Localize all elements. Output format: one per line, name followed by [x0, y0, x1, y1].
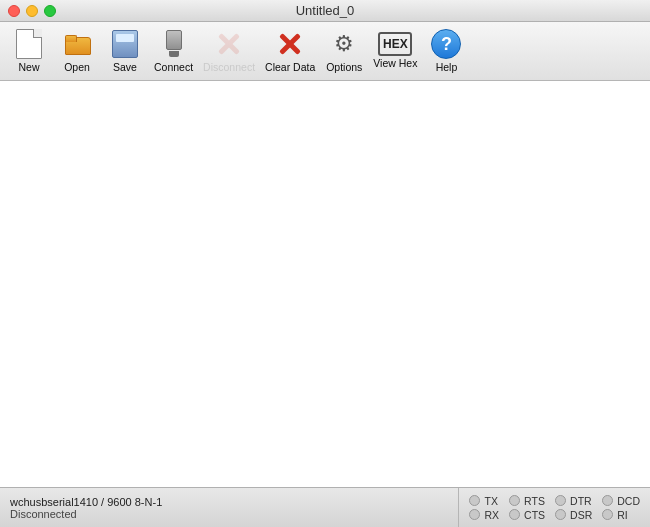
window-title: Untitled_0	[296, 3, 355, 18]
help-label: Help	[436, 61, 458, 73]
connection-state: Disconnected	[10, 508, 448, 520]
tx-led	[469, 495, 480, 506]
dcd-ri-group: DCD RI	[602, 495, 640, 521]
minimize-button[interactable]	[26, 5, 38, 17]
options-label: Options	[326, 61, 362, 73]
dsr-led	[555, 509, 566, 520]
main-content-area	[0, 81, 650, 487]
disconnect-icon	[213, 28, 245, 60]
cleardata-label: Clear Data	[265, 61, 315, 73]
cts-indicator: CTS	[509, 509, 545, 521]
connect-label: Connect	[154, 61, 193, 73]
dtr-indicator: DTR	[555, 495, 592, 507]
maximize-button[interactable]	[44, 5, 56, 17]
title-bar: Untitled_0	[0, 0, 650, 22]
status-indicators: TX RX RTS CTS DTR	[459, 488, 650, 527]
rts-indicator: RTS	[509, 495, 545, 507]
cts-led	[509, 509, 520, 520]
close-button[interactable]	[8, 5, 20, 17]
window-controls[interactable]	[8, 5, 56, 17]
dcd-led	[602, 495, 613, 506]
dtr-dsr-group: DTR DSR	[555, 495, 592, 521]
help-icon: ?	[430, 28, 462, 60]
status-info: wchusbserial1410 / 9600 8-N-1 Disconnect…	[0, 488, 459, 527]
new-icon	[13, 28, 45, 60]
viewhex-icon: HEX	[378, 32, 412, 56]
dsr-indicator: DSR	[555, 509, 592, 521]
dcd-indicator: DCD	[602, 495, 640, 507]
rx-label: RX	[484, 509, 499, 521]
dtr-led	[555, 495, 566, 506]
tx-indicator: TX	[469, 495, 499, 507]
ri-indicator: RI	[602, 509, 640, 521]
connect-button[interactable]: Connect	[150, 26, 197, 76]
options-button[interactable]: ⚙ Options	[321, 26, 367, 76]
new-label: New	[18, 61, 39, 73]
connection-info: wchusbserial1410 / 9600 8-N-1	[10, 496, 448, 508]
disconnect-button[interactable]: Disconnect	[199, 26, 259, 76]
rx-led	[469, 509, 480, 520]
status-bar: wchusbserial1410 / 9600 8-N-1 Disconnect…	[0, 487, 650, 527]
new-button[interactable]: New	[6, 26, 52, 76]
dsr-label: DSR	[570, 509, 592, 521]
open-label: Open	[64, 61, 90, 73]
save-label: Save	[113, 61, 137, 73]
toolbar: New Open Save Connect Disconnect	[0, 22, 650, 81]
connect-icon	[158, 28, 190, 60]
cts-label: CTS	[524, 509, 545, 521]
rts-led	[509, 495, 520, 506]
ri-label: RI	[617, 509, 628, 521]
cleardata-button[interactable]: Clear Data	[261, 26, 319, 76]
viewhex-button[interactable]: HEX View Hex	[369, 30, 421, 72]
tx-label: TX	[484, 495, 497, 507]
dtr-label: DTR	[570, 495, 592, 507]
viewhex-label: View Hex	[373, 57, 417, 69]
ri-led	[602, 509, 613, 520]
rx-indicator: RX	[469, 509, 499, 521]
tx-rx-group: TX RX	[469, 495, 499, 521]
save-icon	[109, 28, 141, 60]
dcd-label: DCD	[617, 495, 640, 507]
save-button[interactable]: Save	[102, 26, 148, 76]
disconnect-label: Disconnect	[203, 61, 255, 73]
cleardata-icon	[274, 28, 306, 60]
rts-label: RTS	[524, 495, 545, 507]
open-icon	[61, 28, 93, 60]
open-button[interactable]: Open	[54, 26, 100, 76]
help-button[interactable]: ? Help	[423, 26, 469, 76]
options-icon: ⚙	[328, 28, 360, 60]
rts-cts-group: RTS CTS	[509, 495, 545, 521]
